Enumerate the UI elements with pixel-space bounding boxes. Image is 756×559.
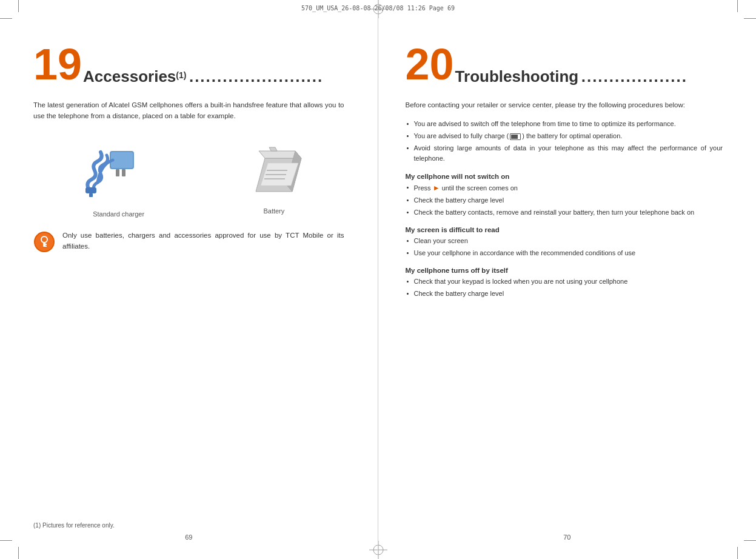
bullet-item: Press ► until the screen comes on: [406, 182, 723, 194]
svg-rect-24: [45, 244, 47, 245]
warning-text: Only use batteries, chargers and accesso…: [62, 230, 344, 252]
battery-image-wrapper: Battery: [241, 137, 307, 215]
section-no-switch-on: My cellphone will not switch on Press ► …: [406, 173, 723, 218]
section-screen-difficult: My screen is difficult to read Clean you…: [406, 226, 723, 258]
bullet-item: Check the battery charge level: [406, 289, 723, 300]
battery-caption: Battery: [263, 207, 284, 215]
section3-bullets: Check that your keypad is locked when yo…: [406, 276, 723, 299]
page-number-left: 69: [185, 534, 192, 541]
charger-caption: Standard charger: [93, 210, 144, 218]
troubleshooting-intro: Before contacting your retailer or servi…: [406, 99, 723, 110]
warning-box: Only use batteries, chargers and accesso…: [33, 230, 344, 253]
svg-rect-8: [116, 169, 119, 176]
chapter-heading-accessories: 19 Accessories(1) ......................…: [33, 42, 344, 86]
general-bullets: You are advised to switch off the teleph…: [406, 119, 723, 164]
chapter-dots-left: ........................: [189, 67, 323, 90]
svg-rect-25: [45, 246, 47, 247]
svg-rect-9: [122, 169, 125, 176]
bullet-item: You are advised to fully charge () the b…: [406, 131, 723, 142]
chapter-number-20: 20: [406, 42, 454, 86]
chapter-number-19: 19: [33, 42, 82, 86]
chapter-title-accessories: Accessories: [83, 67, 176, 90]
battery-illustration: [241, 137, 307, 204]
bullet-item: Check the battery contacts, remove and r…: [406, 207, 723, 218]
svg-rect-11: [89, 193, 93, 197]
bullet-item: Use your cellphone in accordance with th…: [406, 248, 723, 259]
page-left: 19 Accessories(1) ......................…: [0, 0, 378, 559]
section3-heading: My cellphone turns off by itself: [406, 267, 723, 274]
section2-bullets: Clean your screen Use your cellphone in …: [406, 236, 723, 258]
charger-illustration: [70, 134, 167, 207]
bullet-item: You are advised to switch off the teleph…: [406, 119, 723, 130]
svg-rect-10: [85, 187, 96, 193]
chapter-superscript: (1): [176, 70, 186, 80]
accessories-body-text: The latest generation of Alcatel GSM cel…: [33, 99, 344, 122]
bullet-item: Check that your keypad is locked when yo…: [406, 276, 723, 287]
page-number-right: 70: [563, 534, 570, 541]
section-turns-off: My cellphone turns off by itself Check t…: [406, 267, 723, 299]
page-right: 20 Troubleshooting ................... B…: [378, 0, 757, 559]
press-icon: ►: [433, 182, 440, 194]
chapter-heading-troubleshooting: 20 Troubleshooting ...................: [406, 42, 723, 86]
bullet-item: Check the battery charge level: [406, 195, 723, 206]
section2-heading: My screen is difficult to read: [406, 226, 723, 233]
bullet-item: Clean your screen: [406, 236, 723, 247]
bullet-item: Avoid storing large amounts of data in y…: [406, 143, 723, 164]
section1-bullets: Press ► until the screen comes on Check …: [406, 182, 723, 218]
chapter-dots-right: ...................: [581, 67, 687, 90]
svg-marker-15: [269, 147, 277, 151]
footnote: (1) Pictures for reference only.: [33, 522, 115, 529]
page-spread: 570_UM_USA_26-08-08 26/08/08 11:26 Page …: [0, 0, 756, 559]
section1-heading: My cellphone will not switch on: [406, 173, 723, 180]
accessories-images: Standard charger: [33, 134, 344, 218]
charger-image-wrapper: Standard charger: [70, 134, 167, 218]
chapter-title-troubleshooting: Troubleshooting: [455, 67, 579, 90]
warning-icon: [33, 231, 55, 253]
